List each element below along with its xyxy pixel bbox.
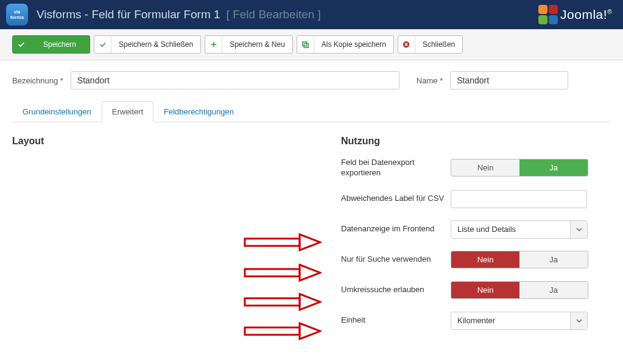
frontend-dropdown-value[interactable]: Liste und Details (451, 221, 570, 238)
title-area: Visforms - Feld für Formular Form 1 [ Fe… (37, 8, 321, 21)
export-row: Feld bei Datenexport exportieren Nein Ja (341, 158, 611, 178)
svg-rect-0 (303, 42, 307, 46)
header-left: vis forms Visforms - Feld für Formular F… (6, 4, 321, 26)
search-label: Nur für Suche verwenden (341, 254, 451, 265)
layout-heading: Layout (12, 136, 317, 147)
chevron-down-icon[interactable] (570, 221, 587, 238)
save-button[interactable]: Speichern (12, 35, 90, 54)
svg-rect-5 (245, 269, 300, 276)
toolbar: Speichern Speichern & Schließen Speicher… (0, 29, 623, 60)
layout-column: Layout (12, 136, 317, 341)
radius-row: Umkreissuche erlauben Nein Ja (341, 281, 611, 300)
tab-permissions[interactable]: Feldberechtigungen (153, 101, 244, 122)
bezeichnung-input[interactable] (71, 71, 399, 89)
svg-marker-4 (300, 234, 320, 250)
export-no-option[interactable]: Nein (451, 159, 519, 176)
radius-yes-option[interactable]: Ja (519, 282, 588, 298)
svg-marker-6 (300, 265, 320, 281)
save-button-label: Speichern (30, 40, 90, 49)
plus-icon (205, 36, 222, 53)
unit-dropdown-value[interactable]: Kilomenter (451, 312, 570, 329)
svg-rect-1 (304, 43, 309, 47)
search-row: Nur für Suche verwenden Nein Ja (341, 250, 611, 270)
search-yes-option[interactable]: Ja (519, 251, 588, 268)
close-label: Schließen (415, 40, 462, 49)
bezeichnung-field: Bezeichnung * (12, 71, 399, 89)
csv-label: Abweichendes Label für CSV (341, 194, 451, 204)
frontend-dropdown[interactable]: Liste und Details (451, 220, 588, 239)
header: vis forms Visforms - Feld für Formular F… (0, 0, 623, 29)
tab-advanced[interactable]: Erweitert (102, 101, 153, 122)
csv-row: Abweichendes Label für CSV (341, 189, 611, 209)
export-toggle[interactable]: Nein Ja (451, 159, 588, 177)
save-copy-button[interactable]: Als Kopie speichern (297, 35, 394, 54)
search-toggle[interactable]: Nein Ja (451, 251, 588, 268)
svg-marker-8 (300, 294, 320, 310)
check-icon (13, 36, 30, 53)
save-copy-label: Als Kopie speichern (314, 40, 393, 49)
radius-no-option[interactable]: Nein (451, 282, 519, 298)
close-button[interactable]: Schließen (398, 35, 463, 54)
save-close-label: Speichern & Schließen (111, 40, 200, 49)
joomla-logo: Joomla!® (538, 5, 612, 24)
svg-rect-3 (245, 239, 300, 246)
chevron-down-icon[interactable] (570, 312, 587, 329)
name-label: Name * (417, 76, 443, 85)
annotation-arrow-icon (242, 233, 322, 251)
usage-column: Nutzung Feld bei Datenexport exportieren… (341, 136, 611, 341)
app-icon-line2: forms (10, 15, 24, 20)
bezeichnung-label: Bezeichnung * (12, 76, 63, 85)
svg-rect-9 (245, 327, 300, 335)
export-label: Feld bei Datenexport exportieren (341, 158, 451, 178)
frontend-label: Datenanzeige im Frontend (341, 224, 451, 234)
name-input[interactable] (450, 71, 568, 89)
page-title: Visforms - Feld für Formular Form 1 (37, 8, 220, 21)
export-yes-option[interactable]: Ja (519, 159, 588, 176)
main-content: Bezeichnung * Name * Grundeinstellungen … (0, 60, 623, 352)
brand-text: Joomla!® (560, 7, 612, 22)
radius-toggle[interactable]: Nein Ja (451, 281, 588, 299)
tabs: Grundeinstellungen Erweitert Feldberecht… (12, 100, 611, 122)
check-icon (94, 36, 111, 53)
svg-rect-7 (245, 298, 300, 306)
tab-basic[interactable]: Grundeinstellungen (12, 101, 102, 122)
annotation-arrow-icon (242, 322, 322, 340)
unit-label: Einheit (341, 315, 451, 326)
save-new-button[interactable]: Speichern & Neu (205, 35, 293, 54)
usage-heading: Nutzung (341, 136, 611, 147)
close-icon (398, 36, 415, 53)
unit-dropdown[interactable]: Kilomenter (451, 312, 588, 330)
settings-columns: Layout Nutzung Feld bei Datenexport expo… (12, 136, 611, 341)
csv-input[interactable] (451, 190, 587, 208)
page-subtitle: [ Feld Bearbeiten ] (227, 8, 321, 21)
svg-marker-10 (300, 323, 320, 339)
name-field: Name * (417, 71, 568, 89)
frontend-row: Datenanzeige im Frontend Liste und Detai… (341, 220, 611, 239)
app-icon: vis forms (6, 4, 28, 26)
name-row: Bezeichnung * Name * (12, 71, 611, 89)
app-icon-line1: vis (13, 9, 20, 15)
search-no-option[interactable]: Nein (451, 251, 519, 268)
radius-label: Umkreissuche erlauben (341, 285, 451, 295)
annotation-arrow-icon (242, 293, 322, 311)
unit-row: Einheit Kilomenter (341, 311, 611, 331)
copy-icon (297, 36, 314, 53)
annotation-arrow-icon (242, 264, 322, 282)
save-close-button[interactable]: Speichern & Schließen (94, 35, 201, 54)
joomla-icon (538, 5, 558, 24)
save-new-label: Speichern & Neu (222, 40, 292, 49)
